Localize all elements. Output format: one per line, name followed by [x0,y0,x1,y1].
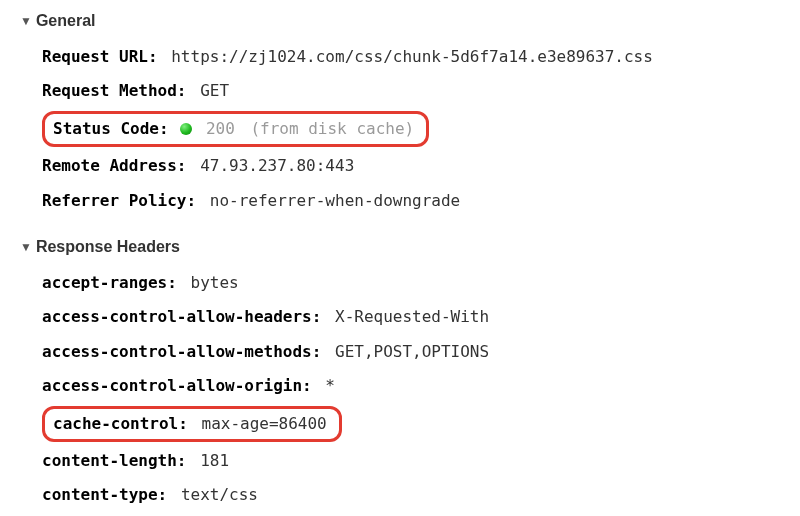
cache-control-row: cache-control: max-age=86400 [49,411,331,437]
cache-control-label: cache-control: [53,414,188,433]
content-length-label: content-length: [42,451,187,470]
ac-allow-methods-row: access-control-allow-methods: GET,POST,O… [42,335,780,369]
remote-address-label: Remote Address: [42,156,187,175]
general-rows: Request URL: https://zj1024.com/css/chun… [20,40,780,218]
request-method-value: GET [200,81,229,100]
referrer-policy-value: no-referrer-when-downgrade [210,191,460,210]
content-type-value: text/css [181,485,258,504]
ac-allow-origin-value: * [325,376,335,395]
ac-allow-headers-value: X-Requested-With [335,307,489,326]
general-section-header[interactable]: ▼ General [20,12,780,30]
referrer-policy-label: Referrer Policy: [42,191,196,210]
ac-allow-headers-label: access-control-allow-headers: [42,307,321,326]
ac-allow-methods-label: access-control-allow-methods: [42,342,321,361]
status-code-label: Status Code: [53,119,169,138]
request-url-row: Request URL: https://zj1024.com/css/chun… [42,40,780,74]
remote-address-value: 47.93.237.80:443 [200,156,354,175]
ac-allow-origin-row: access-control-allow-origin: * [42,369,780,403]
content-length-value: 181 [200,451,229,470]
accept-ranges-label: accept-ranges: [42,273,177,292]
content-type-row: content-type: text/css [42,478,780,512]
general-section-title: General [36,12,96,30]
content-type-label: content-type: [42,485,167,504]
remote-address-row: Remote Address: 47.93.237.80:443 [42,149,780,183]
response-headers-section: ▼ Response Headers accept-ranges: bytes … [20,238,780,513]
ac-allow-origin-label: access-control-allow-origin: [42,376,312,395]
response-headers-header[interactable]: ▼ Response Headers [20,238,780,256]
accept-ranges-value: bytes [191,273,239,292]
request-method-label: Request Method: [42,81,187,100]
ac-allow-methods-value: GET,POST,OPTIONS [335,342,489,361]
status-code-note: (from disk cache) [250,119,414,138]
request-url-value: https://zj1024.com/css/chunk-5d6f7a14.e3… [171,47,653,66]
request-url-label: Request URL: [42,47,158,66]
response-headers-title: Response Headers [36,238,180,256]
content-length-row: content-length: 181 [42,444,780,478]
referrer-policy-row: Referrer Policy: no-referrer-when-downgr… [42,184,780,218]
status-code-value: 200 [206,119,235,138]
request-method-row: Request Method: GET [42,74,780,108]
accept-ranges-row: accept-ranges: bytes [42,266,780,300]
ac-allow-headers-row: access-control-allow-headers: X-Requeste… [42,300,780,334]
status-code-row: Status Code: 200 (from disk cache) [49,116,418,142]
disclosure-triangle-icon: ▼ [20,240,32,254]
status-ok-icon [180,123,192,135]
cache-control-highlight: cache-control: max-age=86400 [42,406,342,442]
general-section: ▼ General Request URL: https://zj1024.co… [20,12,780,218]
cache-control-value: max-age=86400 [202,414,327,433]
response-headers-rows: accept-ranges: bytes access-control-allo… [20,266,780,513]
disclosure-triangle-icon: ▼ [20,14,32,28]
status-code-highlight: Status Code: 200 (from disk cache) [42,111,429,147]
